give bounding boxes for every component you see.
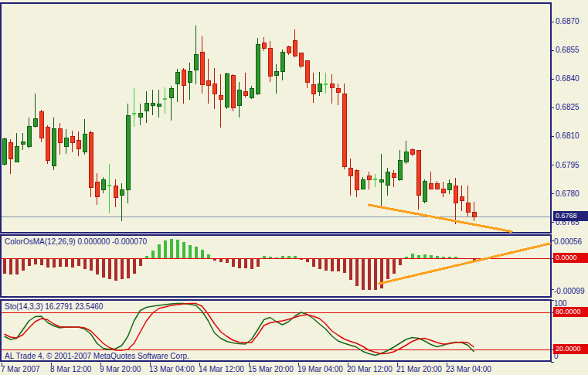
main-chart-panel[interactable] (0, 2, 552, 234)
current-price-box: 0.6768 (553, 211, 588, 221)
time-axis-label: 21 Mar 20:00 (396, 365, 442, 373)
stochastic-indicator-panel[interactable]: Sto(14,3,3) 16.2791 23.5460 AL Trade 4, … (0, 299, 552, 362)
copyright-text: AL Trade 4, © 2001-2007 MetaQuotes Softw… (5, 352, 189, 360)
price-axis-label: 0.6765 (556, 218, 580, 227)
price-axis-label: 0.6810 (556, 131, 580, 140)
osma-zero-box: 0.0000 (553, 253, 588, 263)
stoch-80-box: 80.0000 (553, 307, 588, 317)
time-axis-label: 20 Mar 12:00 (347, 365, 393, 373)
price-axis-label: 0.6825 (556, 103, 580, 111)
stoch-20-box: 20.0000 (553, 344, 588, 354)
osma-indicator-panel[interactable]: ColorOsMA(12,26,9) 0.000000 -0.000070 (0, 234, 552, 298)
osma-indicator-label: ColorOsMA(12,26,9) 0.000000 -0.000070 (5, 237, 147, 246)
price-axis-label: 0.6780 (556, 189, 580, 198)
time-axis-label: 23 Mar 04:00 (446, 365, 491, 373)
time-axis-label: 9 Mar 20:00 (100, 365, 141, 373)
time-axis-label: 8 Mar 12:00 (50, 365, 91, 373)
stoch-0-label: 0 (554, 352, 559, 360)
price-axis-label: 0.6855 (556, 46, 580, 54)
stochastic-indicator-label: Sto(14,3,3) 16.2791 23.5460 (5, 302, 103, 311)
time-axis-label: 15 Mar 20:00 (248, 365, 294, 373)
mt4-chart-window: ColorOsMA(12,26,9) 0.000000 -0.000070 St… (0, 0, 588, 375)
time-axis-label: 13 Mar 04:00 (149, 365, 195, 373)
osma-min-label: -0.00099 (554, 287, 584, 295)
osma-max-label: 0.00056 (554, 237, 582, 246)
time-axis-label: 19 Mar 04:00 (297, 365, 343, 373)
price-axis-label: 0.6795 (556, 161, 580, 169)
time-axis-label: 7 Mar 2007 (1, 365, 40, 373)
price-axis-label: 0.6870 (556, 17, 580, 26)
stoch-100-label: 100 (554, 299, 567, 308)
price-axis-label: 0.6840 (556, 74, 580, 83)
time-axis-label: 14 Mar 12:00 (199, 365, 244, 373)
